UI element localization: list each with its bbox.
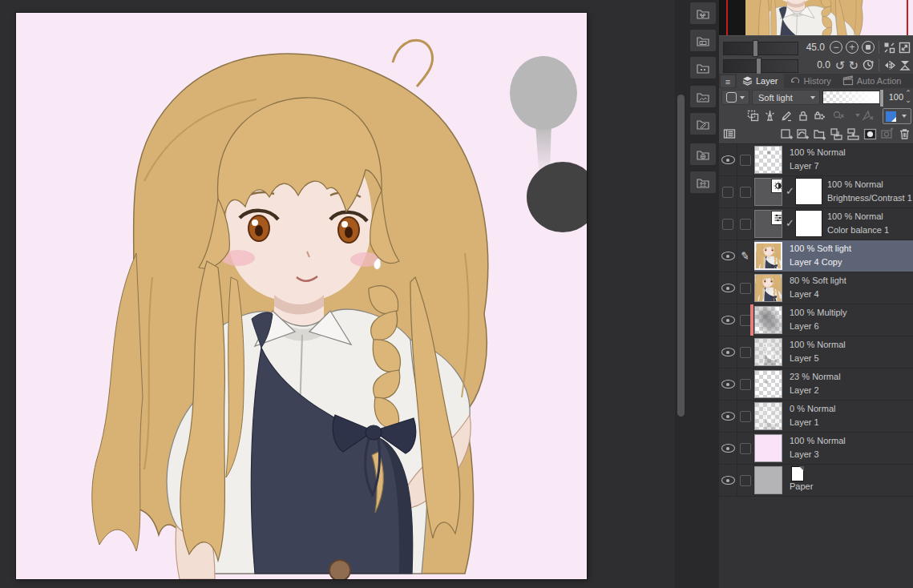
palette-options-icon[interactable] bbox=[720, 128, 739, 139]
checkbox-icon[interactable] bbox=[740, 475, 751, 486]
visibility-cell[interactable] bbox=[719, 272, 737, 304]
rotate-right-icon[interactable]: ↻ bbox=[848, 59, 858, 71]
draft-layer-icon[interactable] bbox=[778, 110, 795, 122]
blend-mode-dropdown[interactable]: Soft light bbox=[752, 90, 820, 105]
hidden-eye-box[interactable] bbox=[722, 187, 733, 198]
opacity-handle[interactable] bbox=[879, 89, 884, 107]
visibility-cell[interactable] bbox=[719, 304, 737, 336]
layer-row[interactable]: 100 % Normal Layer 5 bbox=[719, 336, 913, 369]
opacity-spinner[interactable]: ⌃⌄ bbox=[904, 90, 912, 104]
select-cell[interactable] bbox=[737, 144, 754, 175]
visibility-cell[interactable] bbox=[719, 144, 737, 175]
zoom-reset-button[interactable] bbox=[862, 41, 875, 54]
select-cell[interactable] bbox=[737, 336, 754, 368]
zoom-slider-handle[interactable] bbox=[753, 40, 758, 57]
new-raster-layer-button[interactable] bbox=[778, 127, 794, 141]
transfer-to-lower-layer-button[interactable] bbox=[828, 127, 845, 141]
adjustment-thumbnail[interactable] bbox=[754, 178, 782, 206]
visibility-cell[interactable] bbox=[719, 465, 737, 496]
eye-icon[interactable] bbox=[721, 348, 735, 356]
checkbox-icon[interactable] bbox=[740, 443, 751, 454]
select-cell[interactable]: ✎ bbox=[737, 240, 754, 272]
tool-curve-disabled-dropdown[interactable] bbox=[832, 108, 862, 123]
edit-materials-folder-icon[interactable] bbox=[690, 113, 716, 135]
layer-thumbnail[interactable] bbox=[754, 146, 782, 174]
delete-layer-button[interactable] bbox=[895, 127, 913, 140]
navigator-preview[interactable] bbox=[719, 0, 913, 35]
checkbox-icon[interactable] bbox=[740, 411, 751, 422]
visibility-cell[interactable] bbox=[719, 176, 737, 207]
eye-icon[interactable] bbox=[721, 444, 735, 453]
tab-auto-action[interactable]: Auto Action bbox=[837, 74, 907, 88]
checkbox-icon[interactable] bbox=[740, 155, 751, 166]
pose-materials-folder-icon[interactable] bbox=[690, 171, 716, 193]
select-cell[interactable] bbox=[737, 272, 754, 304]
layer-thumbnail[interactable] bbox=[754, 338, 782, 366]
select-cell[interactable] bbox=[737, 433, 754, 464]
checkbox-icon[interactable] bbox=[740, 315, 751, 326]
opacity-slider[interactable] bbox=[822, 91, 884, 104]
layer-mask-thumbnail[interactable] bbox=[795, 178, 822, 205]
layer-row[interactable]: 100 % Multiply Layer 6 bbox=[719, 304, 913, 336]
lock-layer-icon[interactable] bbox=[795, 110, 811, 122]
visibility-cell[interactable] bbox=[719, 433, 737, 464]
reset-display-icon[interactable] bbox=[899, 59, 911, 71]
tab-layer[interactable]: Layer bbox=[737, 74, 784, 88]
layer-row[interactable]: 100 % Normal Layer 3 bbox=[719, 433, 913, 465]
layer-row[interactable]: 80 % Soft light Layer 4 bbox=[719, 272, 913, 304]
checkbox-icon[interactable] bbox=[740, 219, 751, 230]
hidden-eye-box[interactable] bbox=[722, 219, 733, 230]
drawing-canvas[interactable] bbox=[16, 13, 587, 579]
fit-to-screen-icon[interactable] bbox=[883, 42, 895, 54]
checkbox-icon[interactable] bbox=[740, 379, 751, 390]
layer-row-paper[interactable]: Paper bbox=[719, 465, 913, 497]
layer-row[interactable]: ✓ 100 % Normal Color balance 1 bbox=[719, 208, 913, 240]
checkbox-icon[interactable] bbox=[740, 283, 751, 294]
reset-rotation-icon[interactable] bbox=[862, 58, 875, 71]
eye-icon[interactable] bbox=[721, 252, 735, 260]
layer-row-selected[interactable]: ✎ 100 % Soft light Layer 4 Copy bbox=[719, 240, 913, 272]
layer-row[interactable]: 23 % Normal Layer 2 bbox=[719, 369, 913, 401]
adjustment-thumbnail[interactable] bbox=[754, 210, 782, 238]
paper-thumbnail[interactable] bbox=[754, 466, 782, 494]
canvas-vertical-scrollbar[interactable] bbox=[675, 0, 687, 588]
select-cell[interactable] bbox=[737, 369, 754, 400]
3d-materials-folder-icon[interactable] bbox=[690, 143, 716, 165]
eye-icon[interactable] bbox=[721, 412, 735, 421]
zoom-in-button[interactable]: + bbox=[846, 41, 858, 54]
layer-row[interactable]: ✓ 100 % Normal Brightness/Contrast 1 bbox=[719, 176, 913, 208]
layer-mask-thumbnail[interactable] bbox=[795, 210, 822, 237]
zoom-out-button[interactable]: − bbox=[830, 41, 842, 54]
download-materials-folder-icon[interactable] bbox=[690, 57, 716, 79]
image-materials-folder-icon[interactable] bbox=[690, 86, 716, 107]
layer-color-dropdown[interactable] bbox=[883, 108, 911, 124]
flip-horizontal-icon[interactable] bbox=[883, 59, 896, 71]
rotation-slider[interactable] bbox=[723, 59, 798, 73]
layer-thumbnail[interactable] bbox=[754, 274, 782, 302]
checkbox-icon[interactable] bbox=[740, 347, 751, 358]
layer-row[interactable]: 0 % Normal Layer 1 bbox=[719, 401, 913, 433]
clip-to-layer-below-icon[interactable] bbox=[745, 110, 762, 122]
select-cell[interactable] bbox=[737, 176, 754, 207]
pattern-materials-folder-icon[interactable] bbox=[690, 2, 716, 24]
visibility-cell[interactable] bbox=[719, 208, 737, 240]
palette-menu-icon[interactable]: ≡ bbox=[721, 75, 735, 87]
layer-thumbnail[interactable] bbox=[754, 306, 782, 334]
scrollbar-thumb[interactable] bbox=[677, 95, 685, 417]
eye-icon[interactable] bbox=[721, 476, 735, 485]
merge-to-lower-layer-button[interactable] bbox=[845, 127, 862, 141]
visibility-cell[interactable] bbox=[719, 240, 737, 272]
layer-thumbnail[interactable] bbox=[754, 402, 782, 430]
fit-to-window-icon[interactable] bbox=[899, 42, 911, 54]
layer-thumbnail[interactable] bbox=[754, 434, 782, 462]
visibility-cell[interactable] bbox=[719, 401, 737, 432]
reference-layer-icon[interactable] bbox=[762, 110, 778, 122]
layer-row[interactable]: 100 % Normal Layer 7 bbox=[719, 144, 913, 176]
select-cell[interactable] bbox=[737, 401, 754, 432]
apply-mask-disabled-button[interactable] bbox=[879, 127, 895, 141]
new-layer-folder-button[interactable] bbox=[811, 127, 828, 141]
tab-history[interactable]: History bbox=[784, 74, 837, 88]
rotation-slider-handle[interactable] bbox=[756, 58, 762, 75]
checkbox-icon[interactable] bbox=[740, 187, 751, 198]
select-cell[interactable] bbox=[737, 465, 754, 496]
